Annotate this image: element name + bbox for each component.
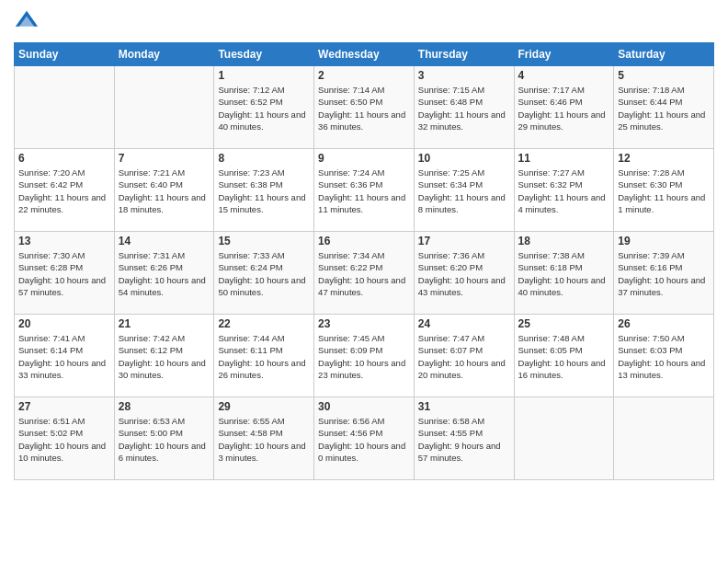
day-number: 25 [518,317,610,330]
calendar-cell [114,66,214,149]
calendar-cell: 18Sunrise: 7:38 AM Sunset: 6:18 PM Dayli… [514,232,614,315]
page-header [14,9,714,35]
header-row: SundayMondayTuesdayWednesdayThursdayFrid… [15,43,714,66]
day-number: 24 [418,317,510,330]
day-number: 4 [518,69,610,82]
day-number: 16 [318,235,410,247]
day-header-wednesday: Wednesday [314,43,415,66]
day-info: Sunrise: 7:28 AM Sunset: 6:30 PM Dayligh… [618,167,710,215]
calendar-cell: 23Sunrise: 7:45 AM Sunset: 6:09 PM Dayli… [314,315,415,397]
day-header-tuesday: Tuesday [214,43,314,66]
calendar-cell: 14Sunrise: 7:31 AM Sunset: 6:26 PM Dayli… [114,232,214,315]
calendar-cell: 29Sunrise: 6:55 AM Sunset: 4:58 PM Dayli… [214,397,314,480]
day-info: Sunrise: 7:41 AM Sunset: 6:14 PM Dayligh… [18,332,110,381]
calendar-cell: 1Sunrise: 7:12 AM Sunset: 6:52 PM Daylig… [214,66,314,149]
day-number: 22 [218,317,310,330]
day-info: Sunrise: 7:17 AM Sunset: 6:46 PM Dayligh… [518,84,610,132]
day-number: 19 [618,235,710,247]
day-number: 10 [418,152,510,165]
day-info: Sunrise: 7:31 AM Sunset: 6:26 PM Dayligh… [119,249,210,298]
day-number: 27 [18,400,110,413]
calendar-cell: 27Sunrise: 6:51 AM Sunset: 5:02 PM Dayli… [15,397,115,480]
day-info: Sunrise: 6:56 AM Sunset: 4:56 PM Dayligh… [318,415,410,464]
day-number: 14 [119,235,210,247]
calendar-cell: 30Sunrise: 6:56 AM Sunset: 4:56 PM Dayli… [314,397,415,480]
day-number: 31 [418,400,510,413]
day-info: Sunrise: 6:51 AM Sunset: 5:02 PM Dayligh… [18,415,110,464]
day-info: Sunrise: 7:25 AM Sunset: 6:34 PM Dayligh… [418,167,510,215]
day-number: 8 [218,152,310,165]
day-number: 29 [218,400,310,413]
day-info: Sunrise: 7:24 AM Sunset: 6:36 PM Dayligh… [318,167,410,215]
day-number: 18 [518,235,610,247]
calendar-cell: 12Sunrise: 7:28 AM Sunset: 6:30 PM Dayli… [614,149,714,232]
day-info: Sunrise: 7:44 AM Sunset: 6:11 PM Dayligh… [218,332,310,381]
calendar-cell: 15Sunrise: 7:33 AM Sunset: 6:24 PM Dayli… [214,232,314,315]
day-number: 28 [119,400,210,413]
calendar-cell: 25Sunrise: 7:48 AM Sunset: 6:05 PM Dayli… [514,315,614,397]
calendar-cell: 16Sunrise: 7:34 AM Sunset: 6:22 PM Dayli… [314,232,415,315]
day-header-sunday: Sunday [15,43,115,66]
week-row-4: 20Sunrise: 7:41 AM Sunset: 6:14 PM Dayli… [15,315,714,397]
calendar-cell: 13Sunrise: 7:30 AM Sunset: 6:28 PM Dayli… [15,232,115,315]
day-number: 30 [318,400,410,413]
day-number: 23 [318,317,410,330]
day-number: 12 [618,152,710,165]
day-number: 7 [119,152,210,165]
day-info: Sunrise: 7:18 AM Sunset: 6:44 PM Dayligh… [618,84,710,132]
calendar-cell: 21Sunrise: 7:42 AM Sunset: 6:12 PM Dayli… [114,315,214,397]
day-number: 2 [318,69,410,82]
week-row-5: 27Sunrise: 6:51 AM Sunset: 5:02 PM Dayli… [15,397,714,480]
week-row-1: 1Sunrise: 7:12 AM Sunset: 6:52 PM Daylig… [15,66,714,149]
day-info: Sunrise: 7:23 AM Sunset: 6:38 PM Dayligh… [218,167,310,215]
day-info: Sunrise: 7:27 AM Sunset: 6:32 PM Dayligh… [518,167,610,215]
day-header-thursday: Thursday [414,43,514,66]
calendar-cell: 19Sunrise: 7:39 AM Sunset: 6:16 PM Dayli… [614,232,714,315]
day-info: Sunrise: 7:14 AM Sunset: 6:50 PM Dayligh… [318,84,410,132]
calendar-cell [614,397,714,480]
calendar-cell: 11Sunrise: 7:27 AM Sunset: 6:32 PM Dayli… [514,149,614,232]
calendar-cell: 17Sunrise: 7:36 AM Sunset: 6:20 PM Dayli… [414,232,514,315]
calendar-cell: 22Sunrise: 7:44 AM Sunset: 6:11 PM Dayli… [214,315,314,397]
calendar-table: SundayMondayTuesdayWednesdayThursdayFrid… [14,42,714,480]
calendar-cell: 7Sunrise: 7:21 AM Sunset: 6:40 PM Daylig… [114,149,214,232]
day-number: 21 [119,317,210,330]
day-number: 17 [418,235,510,247]
calendar-cell: 5Sunrise: 7:18 AM Sunset: 6:44 PM Daylig… [614,66,714,149]
day-info: Sunrise: 7:45 AM Sunset: 6:09 PM Dayligh… [318,332,410,381]
calendar-cell: 28Sunrise: 6:53 AM Sunset: 5:00 PM Dayli… [114,397,214,480]
logo-icon [14,9,40,35]
calendar-cell: 9Sunrise: 7:24 AM Sunset: 6:36 PM Daylig… [314,149,415,232]
calendar-cell: 3Sunrise: 7:15 AM Sunset: 6:48 PM Daylig… [414,66,514,149]
day-info: Sunrise: 7:48 AM Sunset: 6:05 PM Dayligh… [518,332,610,381]
calendar-cell [15,66,115,149]
day-info: Sunrise: 6:53 AM Sunset: 5:00 PM Dayligh… [119,415,210,464]
day-info: Sunrise: 7:15 AM Sunset: 6:48 PM Dayligh… [418,84,510,132]
day-info: Sunrise: 7:42 AM Sunset: 6:12 PM Dayligh… [119,332,210,381]
day-info: Sunrise: 7:30 AM Sunset: 6:28 PM Dayligh… [18,249,110,298]
day-info: Sunrise: 7:21 AM Sunset: 6:40 PM Dayligh… [119,167,210,215]
day-info: Sunrise: 7:33 AM Sunset: 6:24 PM Dayligh… [218,249,310,298]
calendar-cell: 6Sunrise: 7:20 AM Sunset: 6:42 PM Daylig… [15,149,115,232]
day-info: Sunrise: 7:12 AM Sunset: 6:52 PM Dayligh… [218,84,310,132]
day-number: 26 [618,317,710,330]
calendar-cell: 10Sunrise: 7:25 AM Sunset: 6:34 PM Dayli… [414,149,514,232]
calendar-cell: 8Sunrise: 7:23 AM Sunset: 6:38 PM Daylig… [214,149,314,232]
day-number: 5 [618,69,710,82]
logo [14,9,43,35]
day-header-friday: Friday [514,43,614,66]
day-info: Sunrise: 7:47 AM Sunset: 6:07 PM Dayligh… [418,332,510,381]
calendar-cell: 26Sunrise: 7:50 AM Sunset: 6:03 PM Dayli… [614,315,714,397]
day-number: 6 [18,152,110,165]
calendar-cell: 4Sunrise: 7:17 AM Sunset: 6:46 PM Daylig… [514,66,614,149]
day-info: Sunrise: 7:36 AM Sunset: 6:20 PM Dayligh… [418,249,510,298]
day-header-saturday: Saturday [614,43,714,66]
week-row-2: 6Sunrise: 7:20 AM Sunset: 6:42 PM Daylig… [15,149,714,232]
day-info: Sunrise: 7:20 AM Sunset: 6:42 PM Dayligh… [18,167,110,215]
calendar-cell: 31Sunrise: 6:58 AM Sunset: 4:55 PM Dayli… [414,397,514,480]
calendar-cell: 2Sunrise: 7:14 AM Sunset: 6:50 PM Daylig… [314,66,415,149]
day-header-monday: Monday [114,43,214,66]
week-row-3: 13Sunrise: 7:30 AM Sunset: 6:28 PM Dayli… [15,232,714,315]
calendar-cell [514,397,614,480]
calendar-cell: 24Sunrise: 7:47 AM Sunset: 6:07 PM Dayli… [414,315,514,397]
